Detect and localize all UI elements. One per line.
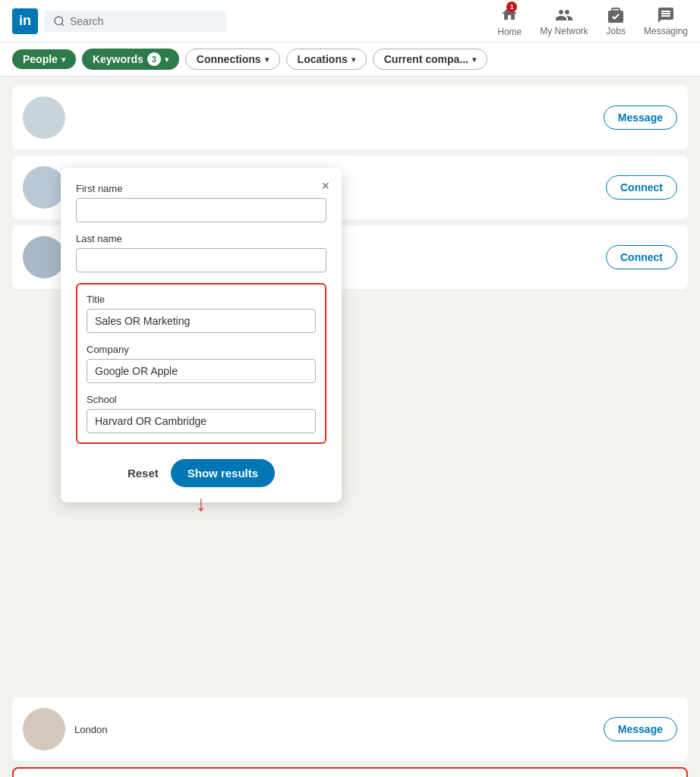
locations-filter-button[interactable]: Locations ▾ (286, 49, 367, 70)
people-chevron-icon: ▾ (61, 55, 65, 64)
last-name-input[interactable] (76, 248, 326, 272)
avatar (23, 708, 65, 750)
title-label: Title (87, 294, 316, 305)
header-nav: 1 Home My Network Jobs Messaging (497, 5, 688, 37)
list-item: London Message (12, 697, 688, 761)
arrow-down-icon: ↓ (196, 493, 207, 514)
popup-close-button[interactable]: × (321, 178, 330, 194)
current-company-filter-label: Current compa... (384, 53, 468, 65)
reset-button[interactable]: Reset (128, 467, 159, 480)
title-input[interactable] (87, 309, 316, 333)
company-label: Company (87, 344, 316, 355)
people-filter-button[interactable]: People ▾ (12, 49, 76, 69)
company-group: Company (87, 344, 316, 383)
current-company-chevron-icon: ▾ (472, 55, 476, 64)
keywords-popup: × First name Last name Title Company Sch… (61, 168, 342, 502)
show-results-button[interactable]: Show results (171, 459, 275, 487)
message-button[interactable]: Message (604, 717, 677, 741)
popup-actions: Reset Show results (76, 456, 326, 487)
search-input[interactable] (70, 15, 217, 27)
messaging-icon (657, 6, 675, 24)
school-input[interactable] (87, 409, 316, 433)
avatar (23, 96, 65, 139)
locations-filter-label: Locations (298, 53, 348, 65)
card-action: Connect (606, 175, 677, 200)
svg-point-0 (55, 17, 63, 25)
first-name-group: First name (76, 183, 326, 222)
search-bar[interactable] (44, 11, 226, 32)
last-name-group: Last name (76, 233, 326, 272)
keywords-highlight-box: Title Company School (76, 283, 326, 444)
keywords-filter-button[interactable]: Keywords 3 ▾ (82, 49, 179, 70)
first-name-input[interactable] (76, 198, 326, 222)
title-group: Title (87, 294, 316, 333)
school-label: School (87, 394, 316, 405)
nav-my-network-label: My Network (540, 26, 588, 36)
keywords-filter-label: Keywords (93, 53, 143, 65)
nav-my-network[interactable]: My Network (540, 6, 588, 36)
school-group: School (87, 394, 316, 433)
card-action: Connect (606, 245, 677, 269)
person-location-partial: London (74, 724, 594, 735)
nav-jobs[interactable]: Jobs (607, 6, 626, 36)
avatar (23, 236, 65, 278)
nav-messaging-label: Messaging (644, 26, 688, 36)
search-icon (53, 15, 65, 27)
nav-home[interactable]: 1 Home (497, 5, 522, 37)
connections-filter-button[interactable]: Connections ▾ (185, 49, 280, 70)
network-icon (555, 6, 573, 24)
svg-line-1 (61, 24, 64, 26)
connect-button[interactable]: Connect (606, 175, 677, 200)
locations-chevron-icon: ▾ (352, 55, 355, 64)
connections-filter-label: Connections (197, 53, 261, 65)
filter-bar: People ▾ Keywords 3 ▾ Connections ▾ Loca… (0, 42, 700, 77)
connect-button[interactable]: Connect (606, 245, 677, 269)
keywords-count-badge: 3 (147, 52, 161, 66)
avatar (23, 166, 65, 209)
list-item: Message (12, 86, 688, 149)
people-filter-label: People (23, 53, 58, 65)
nav-home-label: Home (497, 27, 522, 37)
message-button[interactable]: Message (604, 105, 677, 130)
person-info-partial: London (74, 724, 594, 735)
keywords-chevron-icon: ▾ (165, 55, 169, 64)
card-action: Message (604, 717, 677, 741)
last-name-label: Last name (76, 233, 326, 244)
first-name-label: First name (76, 183, 326, 194)
header: in 1 Home My Network Jobs (0, 0, 700, 42)
nav-messaging[interactable]: Messaging (644, 6, 688, 36)
jade-bonacolta-card: Jade Bonacolta · 2nd in Marketing Leader… (12, 767, 688, 777)
main-content: Message ...r g Connect Strategy | Sustai… (0, 77, 700, 777)
current-company-filter-button[interactable]: Current compa... ▾ (373, 49, 487, 70)
company-input[interactable] (87, 359, 316, 383)
connections-chevron-icon: ▾ (265, 55, 269, 64)
card-action: Message (604, 105, 677, 130)
jobs-icon (607, 6, 625, 24)
nav-jobs-label: Jobs (607, 26, 626, 36)
linkedin-logo: in (12, 8, 38, 34)
